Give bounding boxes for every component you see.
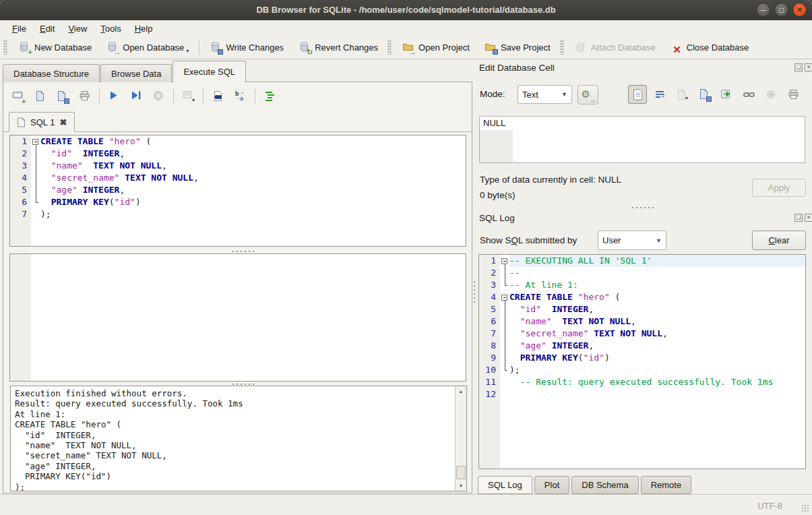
tab-execute-sql[interactable]: Execute SQL [173,61,246,82]
code-text [509,388,805,400]
code-line: 2-- [479,267,805,279]
code-text: "name" TEXT NOT NULL, [40,160,466,172]
resize-grip[interactable] [801,504,810,513]
close-database-button[interactable]: ✕ Close Database [663,38,757,57]
sql-file-tab[interactable]: SQL 1 ✖ [9,112,75,132]
svg-text:b: b [235,90,239,97]
save-sql-file-button[interactable]: ▾ [52,87,73,106]
fold-toggle-icon[interactable] [31,135,40,148]
close-panel-icon[interactable]: ✕ [805,63,812,71]
word-wrap-icon [654,89,665,100]
fold-margin [500,315,509,328]
revert-changes-icon: ↻ [299,41,311,53]
code-line: 1-- EXECUTING ALL IN 'SQL 1' [479,255,805,267]
menu-help[interactable]: Help [129,22,159,35]
menu-tools[interactable]: Tools [94,22,127,35]
tab-plot[interactable]: Plot [534,476,569,494]
print-button[interactable] [74,87,95,106]
cell-size-info: 0 byte(s) [480,190,516,200]
splitter-handle[interactable] [232,384,254,385]
mode-select[interactable]: Text ▼ [518,85,572,104]
write-changes-button[interactable]: Write Changes [202,38,291,57]
cell-value-editor[interactable]: NULL [479,116,805,163]
cell-settings-button[interactable]: ⚙→ [577,85,598,104]
text-mode-button[interactable] [628,85,647,104]
print-cell-button[interactable] [784,85,803,104]
line-number: 8 [479,340,500,352]
find-button[interactable] [208,87,228,106]
mode-value: Text [522,90,538,100]
open-project-label: Open Project [418,42,470,53]
log-source-select[interactable]: User ▼ [598,231,666,250]
code-text: PRIMARY KEY("id") [40,196,466,208]
code-text: -- At line 1: [509,279,805,291]
minimize-button[interactable]: — [756,3,770,17]
open-database-dropdown-arrow[interactable]: ▾ [186,48,189,54]
print-icon [788,89,799,100]
close-panel-icon[interactable]: ✕ [805,214,812,222]
menu-view[interactable]: View [62,22,93,35]
splitter-handle[interactable] [232,251,254,252]
line-number: 6 [479,315,500,328]
apply-button-label: Apply [768,183,790,193]
menu-edit[interactable]: Edit [34,22,61,35]
toolbar-drag-handle[interactable] [387,40,392,55]
execute-line-button[interactable] [126,87,147,106]
scrollbar-thumb[interactable] [456,466,466,479]
dock-splitter-handle[interactable] [632,207,654,208]
new-sql-tab-button[interactable]: + [7,87,28,106]
encoding-indicator[interactable]: UTF-8 [757,501,782,511]
toolbar-drag-handle[interactable] [3,40,7,55]
import-file-icon [676,89,687,100]
fold-toggle-icon[interactable] [500,291,509,303]
toolbar-drag-handle[interactable] [560,40,564,55]
tab-browse-data[interactable]: Browse Data [100,64,172,82]
write-changes-label: Write Changes [226,42,284,53]
close-button[interactable]: ✕ [792,3,807,17]
results-grid-pane[interactable] [9,253,466,382]
format-sql-button[interactable] [259,87,280,106]
maximize-button[interactable]: ◻ [774,3,788,17]
tab-remote[interactable]: Remote [641,476,692,494]
copy-link-button[interactable] [739,85,758,104]
apply-cell-button[interactable] [717,85,736,104]
tab-sql-log[interactable]: SQL Log [478,476,532,494]
tab-database-structure[interactable]: Database Structure [3,64,100,82]
open-sql-file-button[interactable] [30,87,51,106]
open-database-button[interactable]: → Open Database ▾ [99,38,196,57]
fold-margin [31,184,40,196]
print-icon [79,90,91,102]
vertical-splitter-handle[interactable] [474,281,475,303]
clear-log-button[interactable]: Clear [752,231,806,250]
close-tab-icon[interactable]: ✖ [59,117,67,127]
execute-all-button[interactable] [104,87,125,106]
sql-editor[interactable]: 1CREATE TABLE "hero" (2 "id" INTEGER,3 "… [9,135,466,247]
apply-arrow-icon [720,88,732,100]
export-cell-data-button[interactable] [695,85,714,104]
save-project-label: Save Project [501,42,551,53]
code-line: 2 "id" INTEGER, [10,148,466,160]
tab-label: DB Schema [582,480,628,490]
scroll-down-icon[interactable]: ▼ [456,481,466,491]
fold-toggle-icon[interactable] [500,255,509,267]
menu-file[interactable]: File [6,22,32,35]
word-wrap-button[interactable] [650,85,669,104]
new-database-button[interactable]: + New Database [11,38,99,57]
tab-db-schema[interactable]: DB Schema [571,476,638,494]
filter-label-pre: Show S [480,235,511,245]
float-panel-icon[interactable]: ❏ [794,63,803,71]
format-icon [264,90,276,102]
title-bar[interactable]: DB Browser for SQLite - /home/user/code/… [0,0,812,20]
replace-button[interactable]: ba [230,87,251,106]
revert-changes-button[interactable]: ↻ Revert Changes [291,38,385,57]
sql-log-editor[interactable]: 1-- EXECUTING ALL IN 'SQL 1'2--3-- At li… [478,254,806,469]
filter-label-accel: Q [511,235,519,245]
fold-margin [31,208,40,220]
scroll-up-icon[interactable]: ▲ [456,386,466,396]
sql-document-icon [17,117,26,127]
save-project-button[interactable]: Save Project [477,38,558,57]
results-scrollbar[interactable]: ▲ ▼ [455,386,466,491]
float-panel-icon[interactable]: ❏ [794,214,803,222]
revert-changes-label: Revert Changes [315,42,378,53]
open-project-button[interactable]: → Open Project [395,38,477,57]
